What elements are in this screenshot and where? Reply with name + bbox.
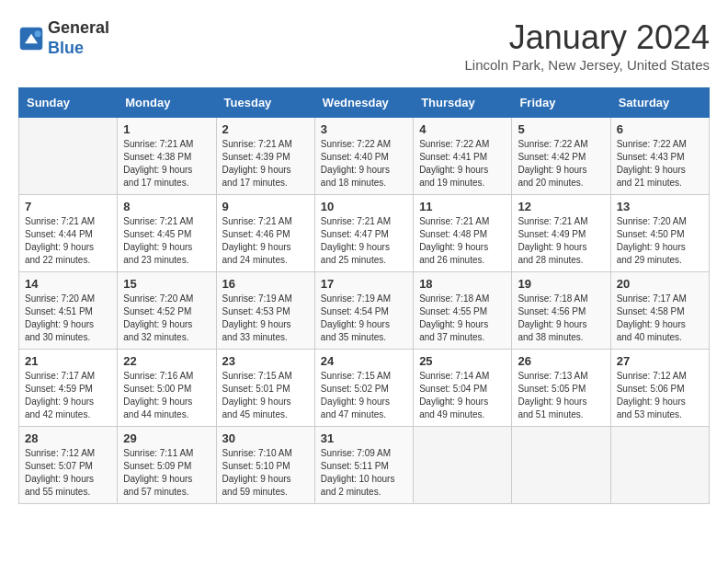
day-number: 15 [123, 277, 210, 291]
day-info: Sunrise: 7:21 AM Sunset: 4:44 PM Dayligh… [25, 215, 111, 267]
day-number: 4 [419, 122, 506, 136]
calendar-week-1: 7Sunrise: 7:21 AM Sunset: 4:44 PM Daylig… [19, 195, 710, 272]
calendar-week-4: 28Sunrise: 7:12 AM Sunset: 5:07 PM Dayli… [19, 427, 710, 504]
day-info: Sunrise: 7:20 AM Sunset: 4:51 PM Dayligh… [25, 293, 111, 344]
day-info: Sunrise: 7:12 AM Sunset: 5:07 PM Dayligh… [25, 447, 111, 499]
day-number: 21 [25, 354, 111, 368]
calendar-cell: 2Sunrise: 7:21 AM Sunset: 4:39 PM Daylig… [216, 118, 314, 195]
day-info: Sunrise: 7:21 AM Sunset: 4:46 PM Dayligh… [222, 215, 309, 267]
logo-blue-text: Blue [48, 39, 109, 59]
logo-icon [18, 26, 44, 52]
day-number: 7 [25, 200, 111, 213]
calendar-cell: 4Sunrise: 7:22 AM Sunset: 4:41 PM Daylig… [414, 118, 512, 195]
calendar-cell: 31Sunrise: 7:09 AM Sunset: 5:11 PM Dayli… [314, 427, 413, 504]
day-number: 23 [222, 354, 309, 368]
svg-point-2 [35, 30, 41, 37]
day-info: Sunrise: 7:19 AM Sunset: 4:54 PM Dayligh… [321, 293, 407, 344]
day-info: Sunrise: 7:10 AM Sunset: 5:10 PM Dayligh… [222, 447, 309, 499]
weekday-header-friday: Friday [512, 88, 610, 118]
day-number: 19 [518, 277, 604, 291]
calendar-cell: 19Sunrise: 7:18 AM Sunset: 4:56 PM Dayli… [512, 272, 610, 350]
day-number: 18 [419, 277, 506, 291]
day-number: 6 [617, 122, 703, 136]
day-number: 29 [123, 431, 210, 445]
calendar-cell: 10Sunrise: 7:21 AM Sunset: 4:47 PM Dayli… [314, 195, 413, 272]
calendar-cell: 17Sunrise: 7:19 AM Sunset: 4:54 PM Dayli… [314, 272, 413, 350]
calendar-cell [414, 427, 512, 504]
calendar-cell: 24Sunrise: 7:15 AM Sunset: 5:02 PM Dayli… [314, 350, 413, 427]
calendar-cell: 16Sunrise: 7:19 AM Sunset: 4:53 PM Dayli… [216, 272, 314, 350]
day-number: 1 [123, 122, 210, 136]
day-number: 5 [518, 122, 604, 136]
calendar-body: 1Sunrise: 7:21 AM Sunset: 4:38 PM Daylig… [19, 118, 710, 504]
day-info: Sunrise: 7:21 AM Sunset: 4:48 PM Dayligh… [419, 215, 506, 267]
day-info: Sunrise: 7:22 AM Sunset: 4:40 PM Dayligh… [321, 138, 407, 190]
day-number: 3 [321, 122, 407, 136]
day-number: 26 [518, 354, 604, 368]
day-info: Sunrise: 7:21 AM Sunset: 4:47 PM Dayligh… [321, 215, 407, 267]
day-info: Sunrise: 7:13 AM Sunset: 5:05 PM Dayligh… [518, 370, 604, 421]
weekday-header-saturday: Saturday [610, 88, 709, 118]
calendar-week-3: 21Sunrise: 7:17 AM Sunset: 4:59 PM Dayli… [19, 350, 710, 427]
calendar-table: SundayMondayTuesdayWednesdayThursdayFrid… [18, 87, 710, 504]
calendar-cell: 12Sunrise: 7:21 AM Sunset: 4:49 PM Dayli… [512, 195, 610, 272]
day-number: 10 [321, 200, 407, 213]
calendar-cell: 27Sunrise: 7:12 AM Sunset: 5:06 PM Dayli… [610, 350, 709, 427]
calendar-cell: 29Sunrise: 7:11 AM Sunset: 5:09 PM Dayli… [118, 427, 216, 504]
day-number: 11 [419, 200, 506, 213]
calendar-cell: 3Sunrise: 7:22 AM Sunset: 4:40 PM Daylig… [314, 118, 413, 195]
weekday-header-monday: Monday [118, 88, 216, 118]
day-number: 24 [321, 354, 407, 368]
weekday-header-row: SundayMondayTuesdayWednesdayThursdayFrid… [19, 88, 710, 118]
calendar-cell: 1Sunrise: 7:21 AM Sunset: 4:38 PM Daylig… [118, 118, 216, 195]
day-number: 31 [321, 431, 407, 445]
day-info: Sunrise: 7:17 AM Sunset: 4:58 PM Dayligh… [617, 293, 703, 344]
day-info: Sunrise: 7:09 AM Sunset: 5:11 PM Dayligh… [321, 447, 407, 499]
calendar-cell: 28Sunrise: 7:12 AM Sunset: 5:07 PM Dayli… [19, 427, 118, 504]
weekday-header-thursday: Thursday [414, 88, 512, 118]
logo: General Blue [18, 18, 109, 58]
calendar-cell: 14Sunrise: 7:20 AM Sunset: 4:51 PM Dayli… [19, 272, 118, 350]
day-info: Sunrise: 7:21 AM Sunset: 4:49 PM Dayligh… [518, 215, 604, 267]
day-info: Sunrise: 7:14 AM Sunset: 5:04 PM Dayligh… [419, 370, 506, 421]
day-info: Sunrise: 7:16 AM Sunset: 5:00 PM Dayligh… [123, 370, 210, 421]
day-number: 30 [222, 431, 309, 445]
day-number: 9 [222, 200, 309, 213]
calendar-cell: 8Sunrise: 7:21 AM Sunset: 4:45 PM Daylig… [118, 195, 216, 272]
weekday-header-tuesday: Tuesday [216, 88, 314, 118]
day-number: 25 [419, 354, 506, 368]
day-number: 2 [222, 122, 309, 136]
day-info: Sunrise: 7:18 AM Sunset: 4:55 PM Dayligh… [419, 293, 506, 344]
header: General Blue January 2024 Lincoln Park, … [18, 18, 710, 73]
calendar-cell: 20Sunrise: 7:17 AM Sunset: 4:58 PM Dayli… [610, 272, 709, 350]
calendar-cell [512, 427, 610, 504]
day-info: Sunrise: 7:19 AM Sunset: 4:53 PM Dayligh… [222, 293, 309, 344]
calendar-cell: 11Sunrise: 7:21 AM Sunset: 4:48 PM Dayli… [414, 195, 512, 272]
day-info: Sunrise: 7:22 AM Sunset: 4:41 PM Dayligh… [419, 138, 506, 190]
day-info: Sunrise: 7:17 AM Sunset: 4:59 PM Dayligh… [25, 370, 111, 421]
calendar-cell: 26Sunrise: 7:13 AM Sunset: 5:05 PM Dayli… [512, 350, 610, 427]
calendar-week-2: 14Sunrise: 7:20 AM Sunset: 4:51 PM Dayli… [19, 272, 710, 350]
calendar-cell: 23Sunrise: 7:15 AM Sunset: 5:01 PM Dayli… [216, 350, 314, 427]
day-number: 27 [617, 354, 703, 368]
day-number: 22 [123, 354, 210, 368]
calendar-cell: 18Sunrise: 7:18 AM Sunset: 4:55 PM Dayli… [414, 272, 512, 350]
logo-general-text: General [48, 18, 109, 39]
day-number: 8 [123, 200, 210, 213]
day-number: 12 [518, 200, 604, 213]
day-info: Sunrise: 7:20 AM Sunset: 4:50 PM Dayligh… [617, 215, 703, 267]
month-title: January 2024 [464, 18, 710, 57]
day-info: Sunrise: 7:20 AM Sunset: 4:52 PM Dayligh… [123, 293, 210, 344]
day-number: 14 [25, 277, 111, 291]
day-info: Sunrise: 7:22 AM Sunset: 4:43 PM Dayligh… [617, 138, 703, 190]
day-info: Sunrise: 7:12 AM Sunset: 5:06 PM Dayligh… [617, 370, 703, 421]
calendar-cell: 5Sunrise: 7:22 AM Sunset: 4:42 PM Daylig… [512, 118, 610, 195]
day-info: Sunrise: 7:22 AM Sunset: 4:42 PM Dayligh… [518, 138, 604, 190]
day-info: Sunrise: 7:21 AM Sunset: 4:39 PM Dayligh… [222, 138, 309, 190]
calendar-cell: 22Sunrise: 7:16 AM Sunset: 5:00 PM Dayli… [118, 350, 216, 427]
calendar-cell: 15Sunrise: 7:20 AM Sunset: 4:52 PM Dayli… [118, 272, 216, 350]
weekday-header-sunday: Sunday [19, 88, 118, 118]
day-info: Sunrise: 7:18 AM Sunset: 4:56 PM Dayligh… [518, 293, 604, 344]
calendar-cell: 13Sunrise: 7:20 AM Sunset: 4:50 PM Dayli… [610, 195, 709, 272]
day-number: 13 [617, 200, 703, 213]
